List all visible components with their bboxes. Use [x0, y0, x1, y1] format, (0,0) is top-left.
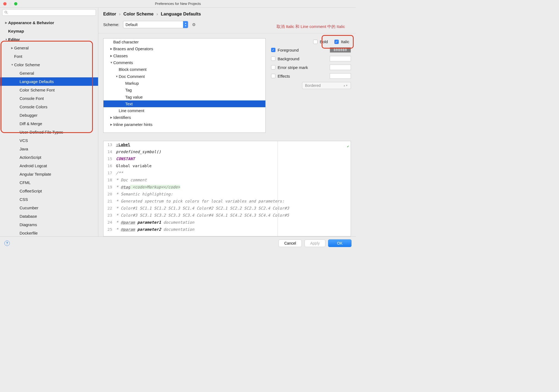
- sidebar-item[interactable]: Android Logcat: [0, 162, 98, 170]
- foreground-row[interactable]: ✓ Foreground 808080: [271, 47, 351, 53]
- sidebar-item[interactable]: CoffeeScript: [0, 187, 98, 195]
- cancel-button[interactable]: Cancel: [278, 239, 302, 247]
- line-number: 17: [103, 169, 112, 176]
- sidebar-item-label: User-Defined File Types: [20, 130, 63, 134]
- attribute-item[interactable]: Bad character: [103, 39, 265, 45]
- sidebar-item[interactable]: Java: [0, 145, 98, 153]
- attribute-item-label: Block comment: [119, 67, 147, 72]
- sidebar-item[interactable]: Database: [0, 212, 98, 220]
- sidebar-item[interactable]: Language Defaults: [0, 77, 98, 86]
- errorstripe-swatch[interactable]: [330, 65, 351, 70]
- crumb-0[interactable]: Editor: [103, 11, 116, 16]
- attribute-item[interactable]: Block comment: [103, 66, 265, 73]
- sidebar-item[interactable]: ▶Appearance & Behavior: [0, 18, 98, 27]
- code-line: * Color#1 SC1.1 SC1.2 SC1.3 SC1.4 Color#…: [116, 205, 351, 212]
- sidebar-item-label: Diff & Merge: [20, 121, 42, 126]
- attribute-item[interactable]: ▶Classes: [103, 52, 265, 59]
- code-area[interactable]: :Labelpredefined_symbol()CONSTANTGlobal …: [116, 141, 351, 233]
- sidebar-item[interactable]: Font: [0, 52, 98, 61]
- attribute-item-label: Identifiers: [113, 115, 131, 120]
- background-checkbox[interactable]: [271, 56, 275, 61]
- window-title: Preferences for New Projects: [0, 2, 356, 6]
- attribute-item[interactable]: ▼Doc Comment: [103, 73, 265, 80]
- sidebar-item[interactable]: Color Scheme Font: [0, 86, 98, 94]
- attribute-item[interactable]: Tag: [103, 87, 265, 93]
- ok-button[interactable]: OK: [328, 239, 351, 247]
- sidebar-item-label: CSS: [20, 197, 28, 202]
- gear-icon[interactable]: ⚙: [192, 22, 196, 27]
- code-line: * @param parameter1 documentation: [116, 219, 351, 226]
- sidebar-item[interactable]: Diagrams: [0, 220, 98, 229]
- attribute-item[interactable]: ▼Comments: [103, 59, 265, 66]
- sidebar-item-label: Diagrams: [20, 222, 37, 227]
- sidebar-item[interactable]: Console Font: [0, 94, 98, 103]
- code-line: * Generated spectrum to pick colors for …: [116, 198, 351, 205]
- sidebar-item[interactable]: Dockerfile: [0, 229, 98, 236]
- sidebar-item[interactable]: CFML: [0, 178, 98, 187]
- sidebar-item[interactable]: Keymap: [0, 27, 98, 35]
- svg-point-0: [5, 11, 7, 13]
- sidebar-item[interactable]: Angular Template: [0, 170, 98, 178]
- effects-checkbox[interactable]: [271, 74, 275, 78]
- sidebar-item[interactable]: ▶General: [0, 44, 98, 52]
- attribute-item[interactable]: Tag value: [103, 93, 265, 100]
- sidebar-item[interactable]: Debugger: [0, 111, 98, 119]
- background-swatch[interactable]: [330, 56, 351, 61]
- attribute-item[interactable]: ▶Inline parameter hints: [103, 121, 265, 128]
- scheme-select[interactable]: Default ▲▼: [123, 21, 188, 28]
- sidebar-item-label: Dockerfile: [20, 231, 38, 235]
- disclosure-arrow-icon: ▼: [11, 63, 14, 66]
- attribute-item[interactable]: ▶Identifiers: [103, 114, 265, 121]
- sidebar-item[interactable]: ▼Color Scheme: [0, 61, 98, 69]
- foreground-checkbox[interactable]: ✓: [271, 48, 275, 52]
- settings-tree[interactable]: ▶Appearance & BehaviorKeymap▼Editor▶Gene…: [0, 17, 98, 236]
- effect-type-select[interactable]: Bordered ▲▼: [302, 82, 351, 89]
- gutter: 13141516171819202122232425: [103, 141, 114, 236]
- sidebar-item[interactable]: ▼Editor: [0, 35, 98, 44]
- sidebar-item[interactable]: ActionScript: [0, 153, 98, 162]
- sidebar-item[interactable]: User-Defined File Types: [0, 128, 98, 136]
- breadcrumb: Editor › Color Scheme › Language Default…: [98, 8, 356, 19]
- sidebar-item-label: Font: [14, 54, 22, 59]
- attribute-item[interactable]: Markup: [103, 80, 265, 87]
- disclosure-arrow-icon: ▼: [115, 75, 118, 78]
- attribute-item[interactable]: Text: [103, 100, 265, 107]
- attribute-item[interactable]: ▶Braces and Operators: [103, 45, 265, 52]
- apply-button[interactable]: Apply: [304, 239, 325, 247]
- effects-row[interactable]: Effects: [271, 73, 351, 79]
- line-number: 23: [103, 212, 112, 219]
- crumb-1[interactable]: Color Scheme: [123, 11, 153, 16]
- errorstripe-row[interactable]: Error stripe mark: [271, 65, 351, 70]
- code-line: :Label: [116, 141, 351, 148]
- effect-type-value: Bordered: [305, 83, 321, 88]
- preferences-sidebar: ▶Appearance & BehaviorKeymap▼Editor▶Gene…: [0, 8, 98, 236]
- code-line: * Doc comment: [116, 176, 351, 184]
- foreground-swatch[interactable]: 808080: [330, 47, 351, 53]
- line-number: 16: [103, 162, 112, 169]
- disclosure-arrow-icon: ▶: [110, 47, 113, 50]
- italic-checkbox[interactable]: ✓: [334, 40, 339, 44]
- background-row[interactable]: Background: [271, 56, 351, 61]
- errorstripe-checkbox[interactable]: [271, 65, 275, 69]
- search-input[interactable]: [2, 9, 96, 16]
- sidebar-item[interactable]: Console Colors: [0, 103, 98, 111]
- bold-label: Bold: [320, 39, 328, 44]
- sidebar-item[interactable]: VCS: [0, 136, 98, 145]
- attributes-tree[interactable]: Bad character▶Braces and Operators▶Class…: [103, 38, 266, 133]
- sidebar-item[interactable]: CSS: [0, 195, 98, 204]
- sidebar-item-label: Editor: [8, 37, 20, 42]
- line-number: 14: [103, 148, 112, 155]
- attribute-item[interactable]: Line comment: [103, 107, 265, 114]
- italic-row[interactable]: ✓ Italic: [334, 39, 349, 44]
- bold-row[interactable]: Bold: [313, 39, 328, 44]
- sidebar-item-label: Color Scheme: [14, 62, 40, 67]
- sidebar-item[interactable]: General: [0, 69, 98, 77]
- style-properties: Bold ✓ Italic ✓ Foreground 808080 Backgr…: [271, 38, 351, 137]
- help-button[interactable]: ?: [4, 241, 10, 246]
- effects-swatch[interactable]: [330, 73, 351, 79]
- line-number: 13: [103, 141, 112, 148]
- sidebar-item[interactable]: Diff & Merge: [0, 119, 98, 128]
- dialog-footer: ? Cancel Apply OK: [0, 236, 356, 249]
- sidebar-item[interactable]: Cucumber: [0, 204, 98, 212]
- bold-checkbox[interactable]: [313, 40, 318, 44]
